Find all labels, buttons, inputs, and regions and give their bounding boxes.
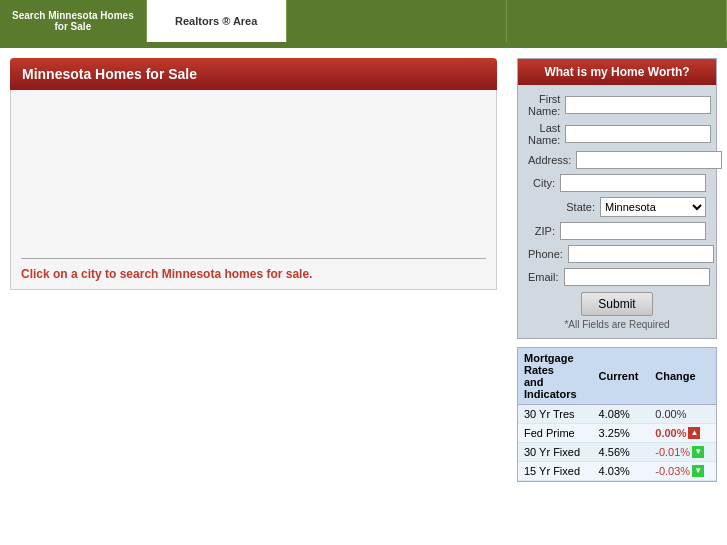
form-row-zip: ZIP: bbox=[528, 222, 706, 240]
zip-input[interactable] bbox=[560, 222, 706, 240]
mortgage-col-change: Change bbox=[649, 348, 716, 405]
email-label: Email: bbox=[528, 271, 564, 283]
last-name-label: Last Name: bbox=[528, 122, 565, 146]
tab-realtors[interactable]: Realtors ® Area bbox=[147, 0, 287, 42]
15yr-fixed-down-icon: ▼ bbox=[692, 465, 704, 477]
first-name-input[interactable] bbox=[565, 96, 711, 114]
tab-spacer-2 bbox=[507, 0, 727, 42]
mortgage-row-30yr-fixed: 30 Yr Fixed 4.56% -0.01% ▼ bbox=[518, 443, 716, 462]
mortgage-change-30yr-tres: 0.00% bbox=[649, 405, 716, 424]
mortgage-current-fed-prime: 3.25% bbox=[593, 424, 650, 443]
left-header: Minnesota Homes for Sale bbox=[10, 58, 497, 90]
mortgage-change-fed-prime: 0.00% ▲ bbox=[649, 424, 716, 443]
form-row-last-name: Last Name: bbox=[528, 122, 706, 146]
mortgage-row-30yr-tres: 30 Yr Tres 4.08% 0.00% bbox=[518, 405, 716, 424]
address-input[interactable] bbox=[576, 151, 722, 169]
state-select[interactable]: Minnesota Wisconsin Iowa bbox=[600, 197, 706, 217]
form-row-first-name: First Name: bbox=[528, 93, 706, 117]
map-instruction: Click on a city to search Minnesota home… bbox=[21, 267, 312, 281]
right-panel: What is my Home Worth? First Name: Last … bbox=[507, 48, 727, 545]
tab-search[interactable]: Search Minnesota Homesfor Sale bbox=[0, 0, 147, 42]
map-line bbox=[21, 258, 486, 259]
mortgage-table: MortgageRatesandIndicators Current Chang… bbox=[518, 348, 716, 481]
mortgage-col-current: Current bbox=[593, 348, 650, 405]
form-row-address: Address: bbox=[528, 151, 706, 169]
phone-label: Phone: bbox=[528, 248, 568, 260]
zip-label: ZIP: bbox=[528, 225, 560, 237]
mortgage-label-fed-prime: Fed Prime bbox=[518, 424, 593, 443]
mortgage-current-30yr-fixed: 4.56% bbox=[593, 443, 650, 462]
mortgage-col-indicator: MortgageRatesandIndicators bbox=[518, 348, 593, 405]
state-label: State: bbox=[528, 201, 600, 213]
fed-prime-up-icon: ▲ bbox=[688, 427, 700, 439]
tab-realtors-label: Realtors ® Area bbox=[175, 15, 257, 27]
city-label: City: bbox=[528, 177, 560, 189]
address-label: Address: bbox=[528, 154, 576, 166]
mortgage-label-15yr-fixed: 15 Yr Fixed bbox=[518, 462, 593, 481]
30yr-fixed-down-icon: ▼ bbox=[692, 446, 704, 458]
submit-button[interactable]: Submit bbox=[581, 292, 652, 316]
tab-search-label: Search Minnesota Homesfor Sale bbox=[12, 10, 134, 32]
left-header-text: Minnesota Homes for Sale bbox=[22, 66, 197, 82]
mortgage-row-15yr-fixed: 15 Yr Fixed 4.03% -0.03% ▼ bbox=[518, 462, 716, 481]
mortgage-change-15yr-fixed: -0.03% ▼ bbox=[649, 462, 716, 481]
mortgage-current-30yr-tres: 4.08% bbox=[593, 405, 650, 424]
tab-spacer-1 bbox=[287, 0, 507, 42]
form-row-email: Email: bbox=[528, 268, 706, 286]
form-row-state: State: Minnesota Wisconsin Iowa bbox=[528, 197, 706, 217]
mortgage-row-fed-prime: Fed Prime 3.25% 0.00% ▲ bbox=[518, 424, 716, 443]
left-panel: Minnesota Homes for Sale Click on a city… bbox=[0, 48, 507, 545]
phone-input[interactable] bbox=[568, 245, 714, 263]
home-worth-header: What is my Home Worth? bbox=[518, 59, 716, 85]
email-input[interactable] bbox=[564, 268, 710, 286]
form-row-phone: Phone: bbox=[528, 245, 706, 263]
mortgage-section: MortgageRatesandIndicators Current Chang… bbox=[517, 347, 717, 482]
form-row-city: City: bbox=[528, 174, 706, 192]
last-name-input[interactable] bbox=[565, 125, 711, 143]
mortgage-current-15yr-fixed: 4.03% bbox=[593, 462, 650, 481]
15yr-fixed-change-value: -0.03% bbox=[655, 465, 690, 477]
30yr-fixed-change-value: -0.01% bbox=[655, 446, 690, 458]
home-worth-header-text: What is my Home Worth? bbox=[544, 65, 689, 79]
map-area[interactable]: Click on a city to search Minnesota home… bbox=[10, 90, 497, 290]
tab-bar: Search Minnesota Homesfor Sale Realtors … bbox=[0, 0, 727, 42]
mortgage-label-30yr-tres: 30 Yr Tres bbox=[518, 405, 593, 424]
first-name-label: First Name: bbox=[528, 93, 565, 117]
home-worth-section: What is my Home Worth? First Name: Last … bbox=[517, 58, 717, 339]
city-input[interactable] bbox=[560, 174, 706, 192]
mortgage-label-30yr-fixed: 30 Yr Fixed bbox=[518, 443, 593, 462]
required-note: *All Fields are Required bbox=[528, 319, 706, 330]
form-body: First Name: Last Name: Address: City: bbox=[518, 85, 716, 338]
main-content: Minnesota Homes for Sale Click on a city… bbox=[0, 48, 727, 545]
fed-prime-change-value: 0.00% bbox=[655, 427, 686, 439]
mortgage-change-30yr-fixed: -0.01% ▼ bbox=[649, 443, 716, 462]
